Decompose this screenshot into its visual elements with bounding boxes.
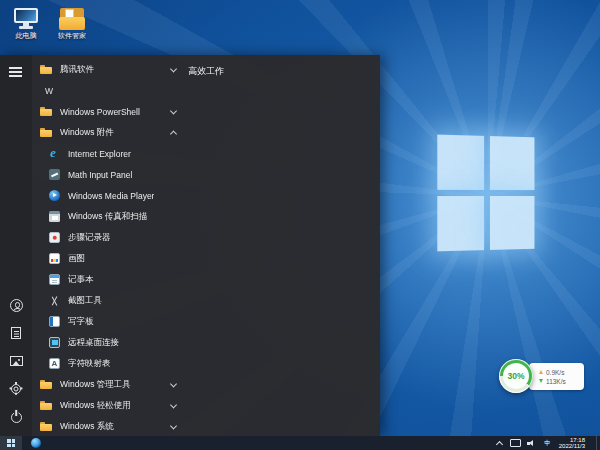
chevron-up-icon[interactable] <box>496 440 503 447</box>
show-desktop-button[interactable] <box>596 436 600 450</box>
menu-icon[interactable] <box>9 67 23 80</box>
notepad-icon <box>49 274 60 285</box>
tile-area: 高效工作 <box>186 55 380 436</box>
settings-button[interactable] <box>7 382 25 396</box>
chevron-up-icon <box>170 130 177 137</box>
start-item-steps-recorder[interactable]: 步骤记录器 <box>32 227 186 248</box>
documents-icon <box>11 327 21 339</box>
media-player-icon <box>49 190 60 201</box>
start-item-wordpad[interactable]: 写字板 <box>32 311 186 332</box>
pictures-button[interactable] <box>7 354 25 368</box>
start-menu: 腾讯软件 W Windows PowerShell Windows 附件 Int… <box>0 55 380 436</box>
wordpad-icon <box>49 316 60 327</box>
user-button[interactable] <box>7 298 25 312</box>
software-manager-icon <box>59 8 85 30</box>
folder-icon <box>40 107 52 116</box>
windows-hero-logo <box>437 135 536 256</box>
fax-scan-icon <box>49 211 60 222</box>
remote-desktop-icon <box>49 337 60 348</box>
folder-icon <box>40 422 52 431</box>
system-tray: 中 17:18 2022/11/3 <box>497 436 600 450</box>
power-button[interactable] <box>7 410 25 424</box>
desktop-icon-label: 软件管家 <box>49 32 95 40</box>
chevron-down-icon <box>170 380 177 387</box>
power-icon <box>11 412 22 423</box>
folder-icon <box>40 401 52 410</box>
pictures-icon <box>10 356 23 366</box>
this-pc-icon <box>12 8 40 30</box>
screen: 此电脑 软件管家 腾讯软件 <box>0 0 600 450</box>
start-item-math-input-panel[interactable]: Math Input Panel <box>32 164 186 185</box>
folder-icon <box>40 380 52 389</box>
settings-icon <box>11 384 21 394</box>
desktop-icon-label: 此电脑 <box>3 32 49 40</box>
start-item-tencent-folder[interactable]: 腾讯软件 <box>32 59 186 80</box>
memory-usage-gauge[interactable]: 30% <box>499 359 533 393</box>
taskbar: 中 17:18 2022/11/3 <box>0 436 600 450</box>
upload-speed: 0.9K/s <box>546 369 564 376</box>
folder-icon <box>40 128 52 137</box>
windows-flag-icon <box>7 439 15 447</box>
browser-taskbar-icon[interactable] <box>31 438 41 448</box>
folder-icon <box>40 65 52 74</box>
snipping-tool-icon <box>49 295 60 306</box>
steps-recorder-icon <box>49 232 60 243</box>
start-item-internet-explorer[interactable]: Internet Explorer <box>32 143 186 164</box>
start-item-ease-of-access-folder[interactable]: Windows 轻松使用 <box>32 395 186 416</box>
start-item-notepad[interactable]: 记事本 <box>32 269 186 290</box>
desktop-icon-this-pc[interactable]: 此电脑 <box>3 8 49 40</box>
network-icon[interactable] <box>510 439 519 447</box>
start-item-fax-scan[interactable]: Windows 传真和扫描 <box>32 206 186 227</box>
tile-group-header[interactable]: 高效工作 <box>188 65 224 78</box>
start-item-media-player[interactable]: Windows Media Player <box>32 185 186 206</box>
chevron-down-icon <box>170 65 177 72</box>
taskbar-clock[interactable]: 17:18 2022/11/3 <box>559 437 588 450</box>
chevron-down-icon <box>170 422 177 429</box>
start-item-powershell-folder[interactable]: Windows PowerShell <box>32 101 186 122</box>
chevron-down-icon <box>170 107 177 114</box>
start-app-list: 腾讯软件 W Windows PowerShell Windows 附件 Int… <box>32 55 186 436</box>
volume-icon[interactable] <box>527 439 536 447</box>
upload-arrow-icon <box>539 370 543 374</box>
start-item-character-map[interactable]: 字符映射表 <box>32 353 186 374</box>
desktop-icon-software-manager[interactable]: 软件管家 <box>49 8 95 40</box>
start-menu-rail <box>0 55 32 436</box>
ime-indicator[interactable]: 中 <box>544 439 551 447</box>
start-item-windows-system-folder[interactable]: Windows 系统 <box>32 416 186 437</box>
character-map-icon <box>49 358 60 369</box>
start-item-accessories-folder[interactable]: Windows 附件 <box>32 122 186 143</box>
math-input-panel-icon <box>49 169 60 180</box>
internet-explorer-icon <box>49 148 60 159</box>
chevron-down-icon <box>170 401 177 408</box>
gauge-percent: 30% <box>503 363 529 389</box>
speed-widget[interactable]: 0.9K/s 113K/s 30% <box>499 359 591 395</box>
start-item-paint[interactable]: 画图 <box>32 248 186 269</box>
download-speed: 113K/s <box>546 378 566 385</box>
start-item-admin-tools-folder[interactable]: Windows 管理工具 <box>32 374 186 395</box>
documents-button[interactable] <box>7 326 25 340</box>
network-speed-panel: 0.9K/s 113K/s <box>529 363 584 390</box>
paint-icon <box>49 253 60 264</box>
start-button[interactable] <box>0 436 22 450</box>
user-icon <box>10 299 23 312</box>
clock-date: 2022/11/3 <box>559 443 585 450</box>
start-item-remote-desktop[interactable]: 远程桌面连接 <box>32 332 186 353</box>
download-arrow-icon <box>539 379 543 383</box>
start-item-snipping-tool[interactable]: 截图工具 <box>32 290 186 311</box>
start-section-letter-w[interactable]: W <box>32 80 186 101</box>
